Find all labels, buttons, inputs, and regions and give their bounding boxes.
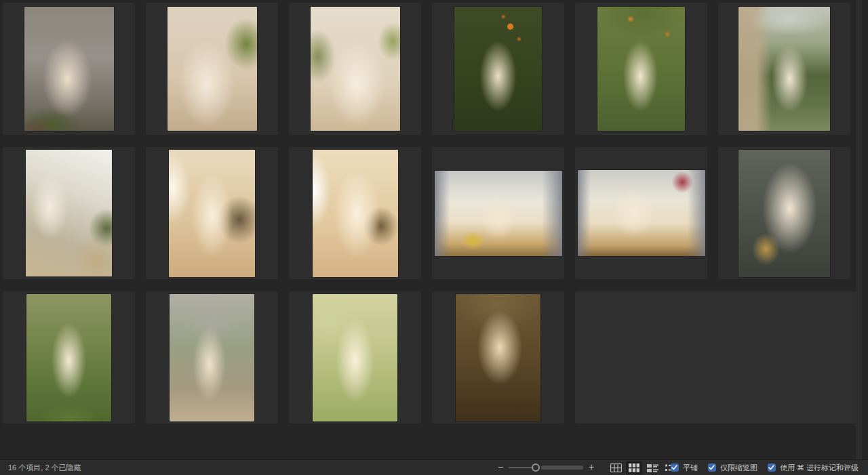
thumbnail-cell-11[interactable]	[575, 147, 707, 279]
view-mode-buttons	[608, 461, 679, 475]
thumbnail-cell-12[interactable]	[718, 147, 850, 279]
tile-option-label: 平铺	[683, 463, 698, 473]
thumbnail-cell-1[interactable]	[3, 3, 135, 135]
slider-knob[interactable]	[532, 463, 540, 472]
photo-thumbnail-4[interactable]	[454, 7, 542, 131]
thumbnail-text-icon	[647, 464, 658, 472]
thumbnail-grid-view-button[interactable]	[626, 461, 642, 474]
photo-thumbnail-10[interactable]	[435, 171, 562, 256]
thumbnail-grid	[3, 3, 850, 424]
status-bar: 16 个项目, 2 个已隐藏 − +	[0, 459, 868, 475]
grid-outline-icon	[610, 463, 622, 472]
thumbnail-cell-14[interactable]	[146, 291, 278, 424]
cmd-rating-option[interactable]: 使用 ⌘ 进行标记和评级	[768, 463, 859, 473]
thumbnail-cell-8[interactable]	[146, 147, 278, 279]
thumbnail-cell-5[interactable]	[575, 3, 707, 135]
slider-track-right	[541, 466, 583, 470]
photo-thumbnail-5[interactable]	[597, 7, 685, 131]
photo-thumbnail-7[interactable]	[26, 150, 112, 276]
grid-outline-view-button[interactable]	[608, 461, 624, 474]
photo-thumbnail-12[interactable]	[738, 150, 830, 277]
photo-thumbnail-3[interactable]	[311, 7, 400, 131]
thumbnail-cell-13[interactable]	[3, 291, 135, 424]
grid-filled-icon	[629, 463, 639, 472]
zoom-in-button[interactable]: +	[586, 460, 597, 475]
thumbnails-only-option[interactable]: 仅限缩览图	[708, 463, 757, 473]
photo-thumbnail-14[interactable]	[170, 294, 254, 421]
content-area	[0, 0, 868, 459]
thumbnail-cell-4[interactable]	[432, 3, 564, 135]
thumbnail-cell-16[interactable]	[432, 291, 564, 424]
thumbnail-cell-6[interactable]	[718, 3, 850, 135]
scrollbar-track[interactable]	[856, 0, 862, 459]
checkbox-checked-icon[interactable]	[708, 463, 716, 472]
photo-thumbnail-16[interactable]	[456, 294, 540, 421]
photo-thumbnail-13[interactable]	[26, 294, 111, 421]
thumbnail-size-control: − +	[495, 460, 597, 475]
photo-thumbnail-9[interactable]	[313, 150, 398, 277]
thumbnail-cell-15[interactable]	[289, 291, 421, 424]
photo-thumbnail-15[interactable]	[313, 294, 397, 421]
zoom-out-button[interactable]: −	[495, 460, 506, 475]
empty-grid-area	[575, 291, 860, 424]
slider-track-left	[509, 467, 533, 468]
item-count-text: 16 个项目, 2 个已隐藏	[8, 460, 81, 475]
photo-thumbnail-2[interactable]	[167, 7, 257, 131]
photo-thumbnail-6[interactable]	[738, 7, 830, 131]
checkbox-checked-icon[interactable]	[671, 463, 679, 472]
thumbnail-cell-10[interactable]	[432, 147, 564, 279]
display-options: 平铺 仅限缩览图 使用 ⌘ 进行标记和评级	[671, 460, 859, 475]
photo-thumbnail-1[interactable]	[24, 7, 114, 131]
photo-browser-window: 16 个项目, 2 个已隐藏 − +	[0, 0, 868, 475]
thumbnail-size-slider[interactable]	[509, 460, 583, 475]
thumbnail-details-view-button[interactable]	[644, 461, 660, 474]
photo-thumbnail-8[interactable]	[169, 150, 255, 277]
cmd-rating-option-label: 使用 ⌘ 进行标记和评级	[780, 463, 859, 473]
thumbnail-cell-3[interactable]	[289, 3, 421, 135]
thumbnail-cell-7[interactable]	[3, 147, 135, 279]
photo-thumbnail-11[interactable]	[578, 170, 705, 256]
tile-option[interactable]: 平铺	[671, 463, 698, 473]
thumbnail-cell-9[interactable]	[289, 147, 421, 279]
thumbnail-cell-2[interactable]	[146, 3, 278, 135]
checkbox-checked-icon[interactable]	[768, 463, 776, 472]
thumbnails-only-option-label: 仅限缩览图	[720, 463, 757, 473]
